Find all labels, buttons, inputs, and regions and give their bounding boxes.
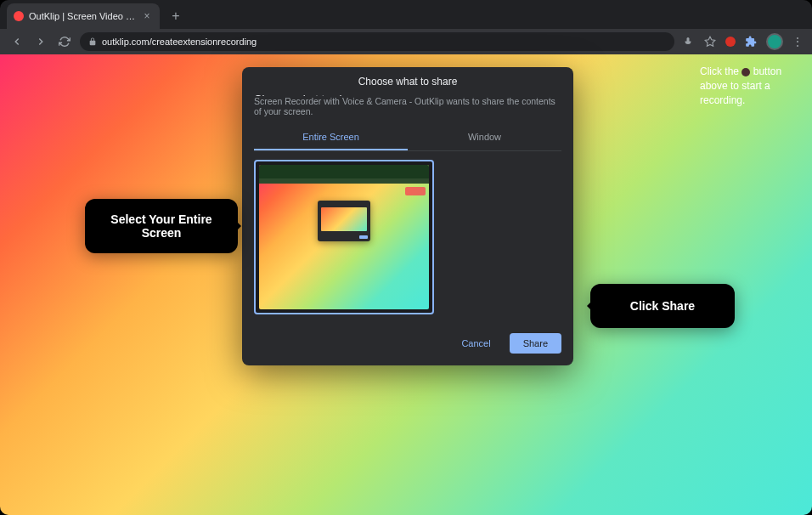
url-text: outklip.com/createextensionrecording [102,37,257,47]
tab-entire-screen[interactable]: Entire Screen [254,125,408,150]
cancel-button[interactable]: Cancel [449,333,502,354]
viewport: Click the button above to start a record… [0,54,812,515]
preview-thumbnail [259,165,429,309]
address-bar[interactable]: outklip.com/createextensionrecording [80,32,674,51]
avatar-icon[interactable] [766,33,783,50]
lock-icon [88,37,97,46]
toolbar-right: ⋮ [681,33,804,50]
tab-bar: OutKlip | Screen Video Record... × + [0,0,812,29]
share-tabs: Entire Screen Window [254,125,561,151]
dialog-title: Choose what to share [242,67,573,93]
record-dot-icon [742,68,750,76]
share-dialog: Choose what to share Choose what to shar… [242,67,573,365]
callout-click-share: Click Share [590,284,735,328]
browser-window: OutKlip | Screen Video Record... × + out… [0,0,812,515]
reload-button[interactable] [56,33,73,50]
new-tab-button[interactable]: + [165,5,187,27]
tab-window[interactable]: Window [408,125,561,150]
dialog-description: Screen Recorder with Voice & Camera - Ou… [242,96,573,125]
dialog-actions: Cancel Share [242,326,573,365]
menu-icon[interactable]: ⋮ [792,35,804,48]
favicon-icon [14,11,24,21]
browser-tab[interactable]: OutKlip | Screen Video Record... × [7,3,160,29]
callout-select-screen: Select Your Entire Screen [85,199,238,253]
forward-button[interactable] [32,33,49,50]
tab-title: OutKlip | Screen Video Record... [29,11,136,21]
record-extension-icon[interactable] [725,37,736,47]
instruction-text: Click the button above to start a record… [700,65,802,107]
screen-preview[interactable] [254,160,434,314]
close-tab-icon[interactable]: × [141,10,153,22]
star-icon[interactable] [703,35,717,48]
preview-container [242,151,573,326]
mic-icon[interactable] [681,35,695,48]
instruction-prefix: Click the [700,65,739,77]
share-button[interactable]: Share [510,333,561,354]
back-button[interactable] [8,33,25,50]
toolbar: outklip.com/createextensionrecording ⋮ [0,29,812,54]
extensions-icon[interactable] [744,35,758,48]
svg-marker-0 [705,37,715,46]
